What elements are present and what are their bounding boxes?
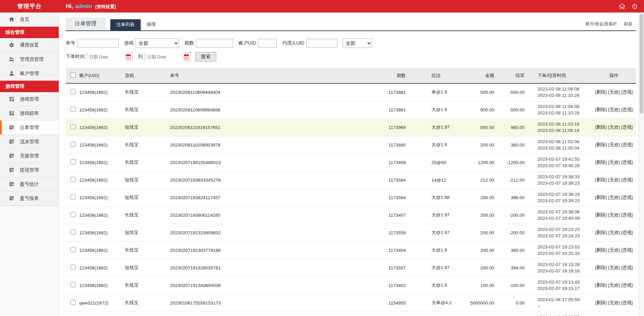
cell-game: 短线宝: [125, 189, 170, 206]
violation-action[interactable]: [违规]: [621, 230, 633, 235]
row-checkbox[interactable]: [71, 177, 76, 182]
invalidate-action[interactable]: [无效]: [608, 89, 620, 95]
invalidate-action[interactable]: [无效]: [608, 212, 620, 217]
sidebar-item-4[interactable]: 账户管理: [0, 67, 59, 81]
invalidate-action[interactable]: [无效]: [608, 142, 620, 147]
row-checkbox[interactable]: [71, 194, 76, 200]
cell-account: 123456(1662): [79, 83, 125, 101]
delete-action[interactable]: [删除]: [595, 160, 607, 165]
row-checkbox-cell: [66, 83, 79, 101]
row-checkbox[interactable]: [71, 300, 76, 305]
date-to-input[interactable]: [145, 52, 184, 61]
violation-action[interactable]: [违规]: [621, 160, 633, 165]
sidebar-item-2[interactable]: 通用设置: [0, 38, 59, 52]
cell-operations: [删除][无效][违规]: [592, 259, 636, 276]
order-time: 2023-01-06 17:55:59: [537, 296, 592, 303]
violation-action[interactable]: [违规]: [621, 283, 633, 288]
delete-action[interactable]: [删除]: [595, 142, 607, 147]
scrollbar-thumb[interactable]: [640, 14, 643, 113]
row-checkbox[interactable]: [71, 265, 76, 270]
row-checkbox[interactable]: [71, 89, 76, 94]
row-checkbox[interactable]: [71, 230, 76, 235]
calendar-icon[interactable]: [126, 54, 131, 59]
invalidate-action[interactable]: [无效]: [608, 177, 620, 182]
sidebar-item-7[interactable]: 游戏赔率: [0, 106, 59, 121]
violation-action[interactable]: [违规]: [621, 247, 633, 253]
invalidate-action[interactable]: [无效]: [608, 265, 620, 270]
sidebar-item-11[interactable]: 提现管理: [0, 163, 59, 177]
cell-account: 123456(1662): [79, 119, 125, 136]
tab-order-list[interactable]: 注单列表: [110, 19, 141, 30]
delete-action[interactable]: [删除]: [595, 247, 607, 253]
sidebar-item-0[interactable]: 首页: [0, 12, 59, 27]
violation-action[interactable]: [违规]: [621, 212, 633, 217]
delete-action[interactable]: [删除]: [595, 212, 607, 217]
row-checkbox[interactable]: [71, 282, 76, 287]
delete-action[interactable]: [删除]: [595, 177, 607, 182]
sidebar-item-10[interactable]: 充值管理: [0, 149, 59, 163]
invalidate-action[interactable]: [无效]: [608, 283, 620, 288]
select-all-checkbox[interactable]: [71, 73, 76, 78]
date-from-input[interactable]: [87, 52, 126, 61]
sidebar-item-12[interactable]: 盈亏统计: [0, 177, 59, 191]
delete-action[interactable]: [删除]: [595, 283, 607, 288]
page-scrollbar[interactable]: [639, 12, 644, 316]
row-checkbox[interactable]: [71, 124, 76, 129]
invalidate-action[interactable]: [无效]: [608, 125, 620, 130]
period-input[interactable]: [196, 39, 233, 48]
row-checkbox[interactable]: [71, 159, 76, 164]
delete-action[interactable]: [删除]: [595, 107, 607, 112]
delete-action[interactable]: [删除]: [595, 265, 607, 270]
row-checkbox[interactable]: [71, 107, 76, 112]
violation-action[interactable]: [违规]: [621, 177, 633, 182]
violation-action[interactable]: [违规]: [621, 265, 633, 270]
row-checkbox[interactable]: [71, 247, 76, 252]
cell-order-no: 20230106175559153173: [170, 294, 321, 312]
violation-action[interactable]: [违规]: [621, 142, 633, 147]
sidebar-item-9[interactable]: 流水管理: [0, 135, 59, 149]
home-icon[interactable]: [619, 3, 625, 9]
sidebar-item-6[interactable]: 游戏管理: [0, 92, 59, 106]
search-button[interactable]: 搜索: [195, 52, 216, 61]
delete-action[interactable]: [删除]: [595, 230, 607, 235]
invalidate-action[interactable]: [无效]: [608, 107, 620, 112]
violation-action[interactable]: [违规]: [621, 125, 633, 130]
username: admin: [75, 3, 92, 10]
profile-settings-link[interactable]: [资料设置]: [95, 4, 116, 10]
agent-uid-input[interactable]: [306, 39, 337, 48]
calendar-icon[interactable]: [184, 54, 189, 59]
invalidate-action[interactable]: [无效]: [608, 160, 620, 165]
violation-action[interactable]: [违规]: [621, 300, 633, 305]
delete-action[interactable]: [删除]: [595, 195, 607, 200]
refresh-link[interactable]: 刷新: [624, 21, 633, 26]
logout-power-icon[interactable]: [632, 3, 638, 9]
sidebar-item-3[interactable]: 管理员管理: [0, 52, 59, 67]
delete-action[interactable]: [删除]: [595, 125, 607, 130]
game-select[interactable]: 全部: [136, 38, 179, 48]
sidebar-item-8[interactable]: 注单管理: [0, 121, 59, 135]
cell-period: 1154954: [321, 312, 406, 316]
account-uid-input[interactable]: [258, 39, 277, 48]
toggle-search-link[interactable]: 展开/收起搜索栏: [585, 21, 617, 26]
cell-settle: 394.00: [494, 259, 525, 276]
cell-play: 大单@4.2: [406, 312, 457, 316]
cell-game: 长线宝: [125, 154, 170, 171]
table-row: 123456(1662)长线宝2023020811020690397911738…: [66, 136, 636, 154]
violation-action[interactable]: [违规]: [621, 195, 633, 200]
order-no-input[interactable]: [77, 39, 119, 48]
violation-action[interactable]: [违规]: [621, 89, 633, 95]
cell-play: 大@1.9: [406, 136, 457, 154]
delete-action[interactable]: [删除]: [595, 300, 607, 305]
invalidate-action[interactable]: [无效]: [608, 195, 620, 200]
row-checkbox[interactable]: [71, 212, 76, 217]
violation-action[interactable]: [违规]: [621, 107, 633, 112]
status-select[interactable]: 全部: [343, 38, 372, 48]
table-row: 123456(1662)短线宝2023020719383334527611735…: [66, 171, 636, 189]
sidebar-item-13[interactable]: 盈亏报表: [0, 191, 59, 206]
delete-action[interactable]: [删除]: [595, 89, 607, 95]
row-checkbox[interactable]: [71, 142, 76, 147]
invalidate-action[interactable]: [无效]: [608, 300, 620, 305]
invalidate-action[interactable]: [无效]: [608, 230, 620, 235]
tab-cleanup[interactable]: 清理: [141, 19, 162, 30]
invalidate-action[interactable]: [无效]: [608, 247, 620, 253]
